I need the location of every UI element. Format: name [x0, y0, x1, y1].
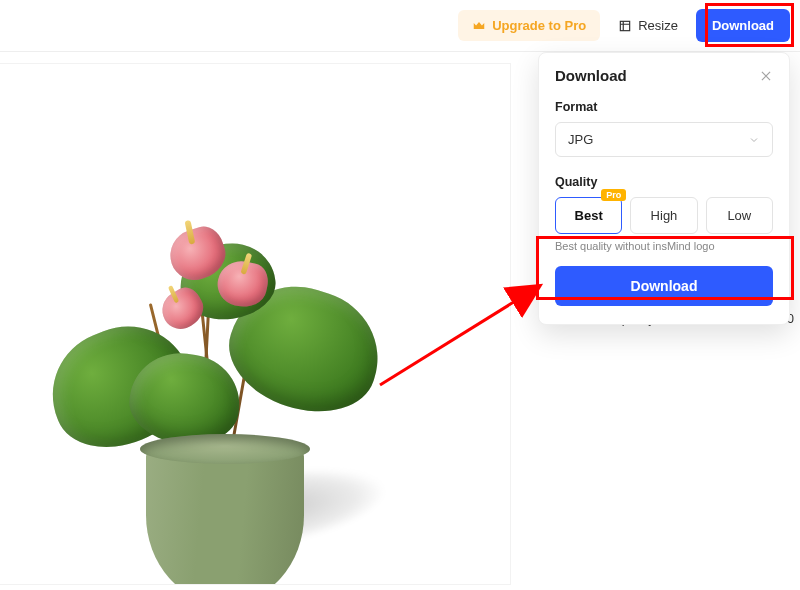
upgrade-label: Upgrade to Pro	[492, 18, 586, 33]
format-select-value: JPG	[568, 132, 593, 147]
upgrade-to-pro-button[interactable]: Upgrade to Pro	[458, 10, 600, 41]
resize-label: Resize	[638, 18, 678, 33]
svg-rect-0	[620, 21, 629, 30]
quality-option-high[interactable]: High	[630, 197, 697, 234]
quality-label: Quality	[555, 175, 773, 189]
canvas-preview[interactable]	[0, 64, 510, 584]
quality-option-best[interactable]: Pro Best	[555, 197, 622, 234]
top-toolbar: Upgrade to Pro Resize Download	[0, 0, 800, 52]
quality-options: Pro Best High Low	[555, 197, 773, 234]
quality-option-low[interactable]: Low	[706, 197, 773, 234]
crown-icon	[472, 19, 486, 33]
preview-image	[60, 204, 440, 584]
download-button-panel[interactable]: Download	[555, 266, 773, 306]
resize-icon	[618, 19, 632, 33]
format-label: Format	[555, 100, 773, 114]
quality-hint: Best quality without insMind logo	[555, 240, 773, 252]
pro-badge: Pro	[601, 189, 626, 201]
chevron-down-icon	[748, 134, 760, 146]
download-panel-title: Download	[555, 67, 627, 84]
download-panel-header: Download	[555, 67, 773, 84]
format-select[interactable]: JPG	[555, 122, 773, 157]
download-panel: Download Format JPG Quality Pro Best Hig…	[538, 52, 790, 325]
download-button-toolbar[interactable]: Download	[696, 9, 790, 42]
quality-best-label: Best	[575, 208, 603, 223]
close-icon[interactable]	[759, 69, 773, 83]
resize-button[interactable]: Resize	[610, 10, 686, 41]
